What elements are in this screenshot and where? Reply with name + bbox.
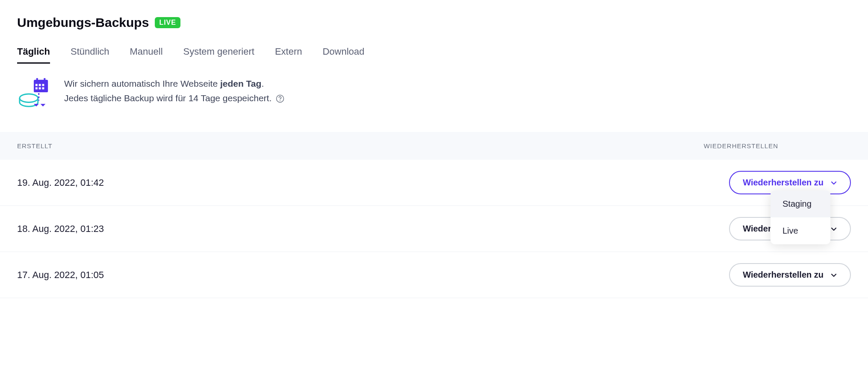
svg-rect-8 [36,78,38,82]
dropdown-option-staging[interactable]: Staging [771,190,830,217]
info-section: Wir sichern automatisch Ihre Webseite je… [17,76,851,111]
svg-rect-4 [42,84,44,86]
chevron-down-icon [830,272,837,278]
environment-badge: LIVE [155,17,180,28]
backup-created-date: 18. Aug. 2022, 01:23 [17,223,104,234]
chevron-down-icon [830,226,837,232]
table-header: ERSTELLT WIEDERHERSTELLEN [0,132,868,160]
table-row: 19. Aug. 2022, 01:42 Wiederherstellen zu… [0,160,868,206]
svg-rect-5 [35,87,38,89]
dropdown-option-live[interactable]: Live [771,217,830,244]
svg-point-12 [280,100,280,101]
tab-external[interactable]: Extern [275,46,302,64]
tab-download[interactable]: Download [322,46,364,64]
table-row: 18. Aug. 2022, 01:23 Wiederherstellen zu [0,206,868,252]
svg-rect-2 [35,84,38,86]
svg-point-0 [20,94,38,103]
help-icon[interactable] [276,94,284,103]
svg-rect-1 [34,80,48,92]
svg-rect-3 [39,84,41,86]
info-line1-suffix: . [261,79,264,88]
info-text: Wir sichern automatisch Ihre Webseite je… [64,76,284,105]
tab-daily[interactable]: Täglich [17,46,50,64]
info-line2: Jedes tägliche Backup wird für 14 Tage g… [64,93,272,103]
col-header-restore: WIEDERHERSTELLEN [704,142,851,149]
svg-rect-9 [44,78,45,82]
restore-dropdown: Staging Live [771,190,830,244]
info-line1-prefix: Wir sichern automatisch Ihre Webseite [64,79,220,88]
restore-button-label: Wiederherstellen zu [743,178,824,188]
table-row: 17. Aug. 2022, 01:05 Wiederherstellen zu [0,252,868,298]
page-title: Umgebungs-Backups [17,15,149,30]
table-body: 19. Aug. 2022, 01:42 Wiederherstellen zu… [0,160,868,298]
backup-calendar-icon [17,76,50,111]
page-header: Umgebungs-Backups LIVE [17,15,851,30]
tab-system-generated[interactable]: System generiert [183,46,254,64]
restore-button-label: Wiederherstellen zu [743,270,824,280]
chevron-down-icon [830,179,837,186]
info-line1-bold: jeden Tag [220,79,261,88]
backup-created-date: 17. Aug. 2022, 01:05 [17,270,104,281]
svg-rect-6 [39,87,41,89]
col-header-created: ERSTELLT [17,142,53,149]
tab-hourly[interactable]: Stündlich [71,46,109,64]
tabs: Täglich Stündlich Manuell System generie… [17,46,851,64]
restore-to-button[interactable]: Wiederherstellen zu [729,263,851,287]
backup-created-date: 19. Aug. 2022, 01:42 [17,177,104,188]
tab-manual[interactable]: Manuell [130,46,163,64]
svg-rect-7 [42,87,44,89]
